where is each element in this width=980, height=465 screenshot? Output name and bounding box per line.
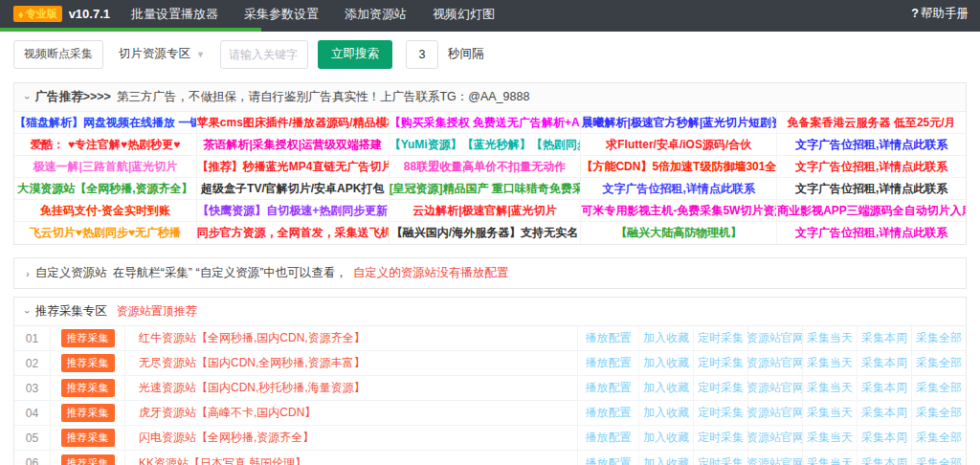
ad-link[interactable]: 88联盟收量高单价不扣量无动作 xyxy=(390,156,582,178)
site-name-link[interactable]: 光速资源站【国内CDN,秒托秒播,海量资源】 xyxy=(125,380,577,396)
menu-item[interactable]: 采集参数设置 xyxy=(244,6,319,23)
action-link[interactable]: 定时采集 xyxy=(693,426,747,450)
action-link[interactable]: 采集本周 xyxy=(857,376,911,400)
custom-source-panel[interactable]: › 自定义资源站 在导航栏“采集” “自定义资源”中也可以查看， 自定义的资源站… xyxy=(13,257,967,289)
ad-link[interactable]: 文字广告位招租,详情点此联系 xyxy=(777,222,966,244)
recommend-badge: 推荐采集 xyxy=(61,329,115,347)
action-link[interactable]: 定时采集 xyxy=(693,326,747,350)
action-link[interactable]: 采集本周 xyxy=(857,401,911,425)
ad-link[interactable]: 云边解析|极速官解|蓝光切片 xyxy=(390,200,582,222)
help-link[interactable]: ?帮助手册 xyxy=(911,6,969,22)
pro-version-badge: ♦ 专业版 xyxy=(13,6,62,22)
ad-link[interactable]: 【方能CDN】5倍加速T级防御墙301全网最低 xyxy=(581,156,777,178)
action-link[interactable]: 采集本周 xyxy=(857,426,911,450)
ad-link[interactable]: 文字广告位招租,详情点此联系 xyxy=(581,178,777,200)
badge-cell: 推荐采集 xyxy=(51,401,125,425)
ad-link[interactable]: 【YuMi资源】【蓝光秒解】【热剧同步】 xyxy=(390,134,582,156)
action-link[interactable]: 播放配置 xyxy=(577,451,638,465)
ad-link[interactable]: 免备案香港云服务器 低至25元/月 xyxy=(777,112,966,134)
ad-link[interactable]: 飞云切片♥热剧同步♥无广秒播 xyxy=(14,222,197,244)
menu-item[interactable]: 视频幻灯图 xyxy=(433,6,495,23)
action-link[interactable]: 采集当天 xyxy=(802,401,857,425)
ad-link[interactable]: [皇冠资源]精品国产 重口味猎奇免费采集 xyxy=(390,178,582,200)
ad-link[interactable]: 爱酷： ♥专注官解♥热剧秒更♥ xyxy=(14,134,197,156)
action-link[interactable]: 采集全部 xyxy=(911,401,966,425)
ad-link[interactable]: 求Flutter/安卓/iOS源码/合伙 xyxy=(581,134,777,156)
ad-link[interactable]: 【融兴大陆高防物理机】 xyxy=(581,222,777,244)
action-link[interactable]: 采集本周 xyxy=(857,351,911,375)
action-link[interactable]: 定时采集 xyxy=(693,376,747,400)
action-link[interactable]: 采集本周 xyxy=(857,451,911,465)
recommend-badge: 推荐采集 xyxy=(61,354,115,372)
action-link[interactable]: 资源站官网 xyxy=(747,376,802,400)
action-link[interactable]: 定时采集 xyxy=(693,401,747,425)
action-link[interactable]: 资源站官网 xyxy=(747,426,802,450)
ad-link[interactable]: 文字广告位招租,详情点此联系 xyxy=(777,134,966,156)
category-select[interactable]: 切片资源专区 ▼ xyxy=(113,46,211,62)
site-name-link[interactable]: 虎牙资源站【高峰不卡,国内CDN】 xyxy=(125,405,577,421)
action-link[interactable]: 采集当天 xyxy=(802,451,857,465)
ad-link[interactable]: 文字广告位招租,详情点此联系 xyxy=(777,156,966,178)
action-link[interactable]: 播放配置 xyxy=(577,376,638,400)
action-link[interactable]: 播放配置 xyxy=(577,401,638,425)
ad-link[interactable]: 免挂码支付-资金实时到账 xyxy=(14,200,197,222)
action-link[interactable]: 资源站官网 xyxy=(747,401,802,425)
site-name-link[interactable]: 红牛资源站【全网秒播,国内CDN,资源齐全】 xyxy=(125,330,577,346)
ad-link[interactable]: 超级盒子TV/官解切片/安卓APK打包 xyxy=(197,178,390,200)
ad-link[interactable]: 商业影视APP三端源码全自动切片入库工具 xyxy=(777,200,966,222)
action-link[interactable]: 资源站官网 xyxy=(747,326,802,350)
action-link[interactable]: 加入收藏 xyxy=(638,451,693,465)
ad-link[interactable]: 文字广告位招租,详情点此联系 xyxy=(777,178,966,200)
action-link[interactable]: 采集全部 xyxy=(911,376,966,400)
ad-link[interactable]: 【融兴国内/海外服务器】支持无实名 xyxy=(390,222,582,244)
search-input[interactable] xyxy=(220,40,308,69)
ad-link[interactable]: 【猫盘解析】网盘视频在线播放 一键发布 xyxy=(14,112,197,134)
menu-item[interactable]: 添加资源站 xyxy=(345,6,407,23)
action-link[interactable]: 资源站官网 xyxy=(747,451,802,465)
site-name-link[interactable]: KK资源站【日本写真,韩国伦理】 xyxy=(125,455,577,465)
badge-cell: 推荐采集 xyxy=(51,376,125,400)
search-toolbar: 视频断点采集 切片资源专区 ▼ 立即搜索 秒间隔 xyxy=(0,32,980,77)
action-link[interactable]: 加入收藏 xyxy=(638,376,693,400)
action-link[interactable]: 加入收藏 xyxy=(638,351,693,375)
action-link[interactable]: 加入收藏 xyxy=(638,401,693,425)
action-link[interactable]: 定时采集 xyxy=(693,351,747,375)
action-link[interactable]: 采集全部 xyxy=(911,351,966,375)
ads-panel-header[interactable]: › 广告推荐>>>> 第三方广告，不做担保，请自行鉴别广告真实性！上广告联系TG… xyxy=(14,83,966,112)
action-link[interactable]: 资源站官网 xyxy=(747,351,802,375)
badge-label: 专业版 xyxy=(26,7,57,21)
action-link[interactable]: 播放配置 xyxy=(577,351,638,375)
ad-link[interactable]: 同步官方资源，全网首发，采集送飞机会员 xyxy=(197,222,390,244)
video-breakpoint-capture-button[interactable]: 视频断点采集 xyxy=(13,40,103,69)
action-link[interactable]: 采集全部 xyxy=(911,326,966,350)
ad-link[interactable]: 【推荐】秒播蓝光MP4直链无广告切片采集 xyxy=(197,156,390,178)
menu-item[interactable]: 批量设置播放器 xyxy=(131,6,218,23)
search-button[interactable]: 立即搜索 xyxy=(318,40,392,69)
action-link[interactable]: 定时采集 xyxy=(693,451,747,465)
action-link[interactable]: 采集当天 xyxy=(802,376,857,400)
site-name-link[interactable]: 闪电资源站【全网秒播,资源齐全】 xyxy=(125,430,577,446)
app-version: v10.7.1 xyxy=(69,7,110,21)
ad-link[interactable]: 【购买采集授权 免费送无广告解析+APP】 xyxy=(390,112,582,134)
action-link[interactable]: 采集全部 xyxy=(911,426,966,450)
action-link[interactable]: 采集本周 xyxy=(857,326,911,350)
ad-link[interactable]: 晨曦解析|极速官方秒解|蓝光切片短剧资源 xyxy=(581,112,777,134)
action-link[interactable]: 采集当天 xyxy=(802,426,857,450)
ad-link[interactable]: 【快鹰资源】自切极速+热剧同步更新 xyxy=(197,200,390,222)
action-link[interactable]: 播放配置 xyxy=(577,326,638,350)
site-name-link[interactable]: 无尽资源站【国内CDN,全网秒播,资源丰富】 xyxy=(125,355,577,371)
action-link[interactable]: 播放配置 xyxy=(577,426,638,450)
action-link[interactable]: 采集当天 xyxy=(802,351,857,375)
ad-link[interactable]: 茶语解析|采集授权|运营级双端搭建 xyxy=(197,134,390,156)
ad-link[interactable]: 极速一解|三路首航|蓝光切片 xyxy=(14,156,197,178)
action-link[interactable]: 采集当天 xyxy=(802,326,857,350)
recommend-panel-header[interactable]: › 推荐采集专区 资源站置顶推荐 xyxy=(14,298,966,326)
recommend-badge: 推荐采集 xyxy=(61,429,115,447)
ad-link[interactable]: 可米专用影视主机-免费采集5W切片资源 xyxy=(581,200,777,222)
action-link[interactable]: 采集全部 xyxy=(911,451,966,465)
action-link[interactable]: 加入收藏 xyxy=(638,326,693,350)
action-link[interactable]: 加入收藏 xyxy=(638,426,693,450)
ad-link[interactable]: 大漠资源站【全网秒播,资源齐全】 xyxy=(14,178,197,200)
interval-input[interactable] xyxy=(406,40,438,69)
ad-link[interactable]: 苹果cms图床插件/播放器源码/精品模板 xyxy=(197,112,390,134)
